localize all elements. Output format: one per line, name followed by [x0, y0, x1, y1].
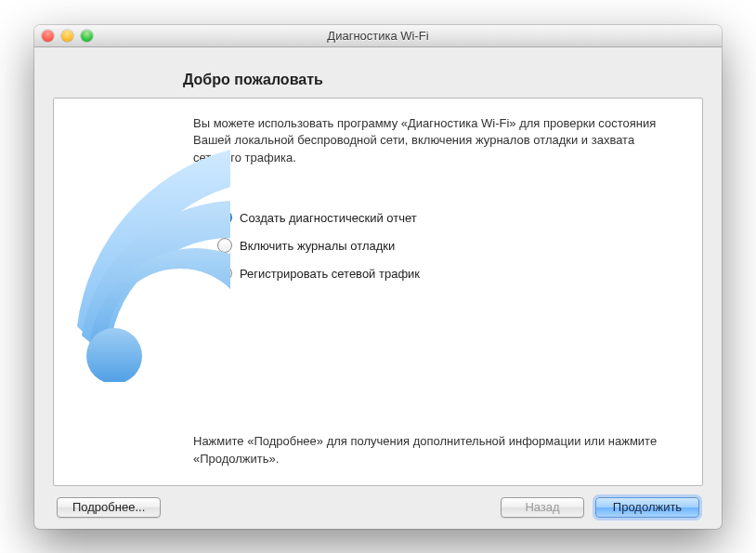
option-label: Включить журналы отладки — [240, 239, 395, 253]
minimize-icon[interactable] — [61, 30, 73, 42]
options-group: Создать диагностический отчет Включить ж… — [217, 210, 674, 281]
radio-icon — [217, 238, 232, 253]
option-label: Создать диагностический отчет — [240, 211, 417, 225]
option-label: Регистрировать сетевой трафик — [240, 267, 420, 281]
continue-button[interactable]: Продолжить — [595, 497, 699, 518]
option-capture-traffic[interactable]: Регистрировать сетевой трафик — [217, 266, 674, 281]
content-area: Добро пожаловать — [34, 47, 722, 529]
zoom-icon[interactable] — [81, 30, 93, 42]
window-title: Диагностика Wi-Fi — [34, 29, 722, 43]
radio-icon — [217, 210, 232, 225]
close-icon[interactable] — [42, 30, 54, 42]
traffic-lights — [42, 30, 93, 42]
back-button: Назад — [501, 497, 584, 518]
more-button[interactable]: Подробнее... — [57, 497, 161, 518]
main-panel: Вы можете использовать программу «Диагно… — [53, 98, 703, 486]
button-bar: Подробнее... Назад Продолжить — [53, 486, 703, 518]
intro-text: Вы можете использовать программу «Диагно… — [193, 115, 674, 168]
svg-point-0 — [86, 328, 142, 382]
wifi-icon — [53, 140, 230, 382]
page-heading: Добро пожаловать — [183, 72, 703, 88]
option-diagnostic-report[interactable]: Создать диагностический отчет — [217, 210, 674, 225]
dialog-window: Диагностика Wi-Fi Добро пожаловать — [34, 25, 722, 529]
hint-text: Нажмите «Подробнее» для получения дополн… — [193, 433, 674, 468]
option-debug-logs[interactable]: Включить журналы отладки — [217, 238, 674, 253]
titlebar: Диагностика Wi-Fi — [34, 25, 722, 47]
radio-icon — [217, 266, 232, 281]
